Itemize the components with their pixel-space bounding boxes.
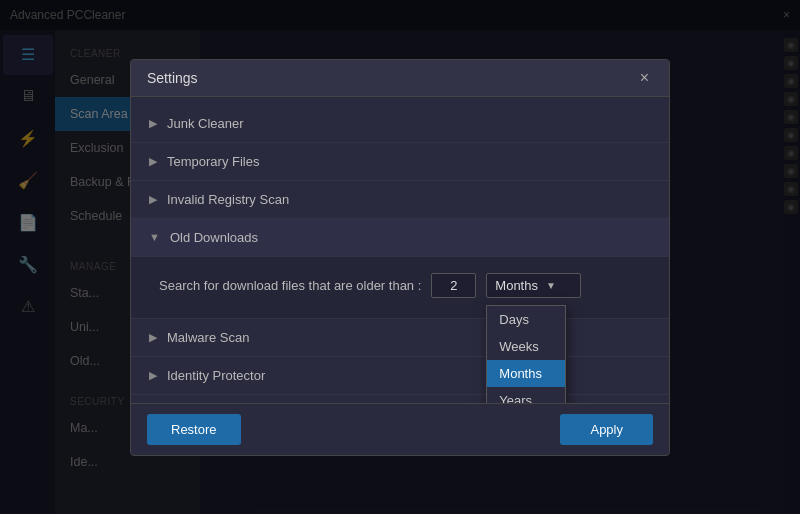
temp-files-chevron bbox=[149, 155, 157, 168]
section-old-downloads[interactable]: Old Downloads bbox=[131, 219, 669, 257]
modal-close-button[interactable]: × bbox=[636, 70, 653, 86]
old-downloads-content: Search for download files that are older… bbox=[131, 257, 669, 319]
modal-backdrop: Settings × Junk Cleaner Temporary Files … bbox=[0, 0, 800, 514]
option-years[interactable]: Years bbox=[487, 387, 565, 403]
section-temporary-files[interactable]: Temporary Files bbox=[131, 143, 669, 181]
restore-button[interactable]: Restore bbox=[147, 414, 241, 445]
option-weeks[interactable]: Weeks bbox=[487, 333, 565, 360]
section-identity-protector[interactable]: Identity Protector bbox=[131, 357, 669, 395]
option-days[interactable]: Days bbox=[487, 306, 565, 333]
apply-button[interactable]: Apply bbox=[560, 414, 653, 445]
old-downloads-chevron bbox=[149, 231, 160, 243]
option-months[interactable]: Months bbox=[487, 360, 565, 387]
modal-header: Settings × bbox=[131, 60, 669, 97]
modal-title: Settings bbox=[147, 70, 198, 86]
modal-footer: Restore Apply bbox=[131, 403, 669, 455]
settings-modal: Settings × Junk Cleaner Temporary Files … bbox=[130, 59, 670, 456]
section-invalid-registry[interactable]: Invalid Registry Scan bbox=[131, 181, 669, 219]
identity-protector-label: Identity Protector bbox=[167, 368, 265, 383]
search-label: Search for download files that are older… bbox=[159, 278, 421, 293]
download-search-row: Search for download files that are older… bbox=[159, 273, 649, 298]
section-malware-scan[interactable]: Malware Scan bbox=[131, 319, 669, 357]
identity-protector-chevron bbox=[149, 369, 157, 382]
invalid-registry-chevron bbox=[149, 193, 157, 206]
unit-dropdown-trigger[interactable]: Months ▼ bbox=[486, 273, 581, 298]
junk-cleaner-label: Junk Cleaner bbox=[167, 116, 244, 131]
older-than-number-input[interactable] bbox=[431, 273, 476, 298]
invalid-registry-label: Invalid Registry Scan bbox=[167, 192, 289, 207]
malware-scan-label: Malware Scan bbox=[167, 330, 249, 345]
temp-files-label: Temporary Files bbox=[167, 154, 259, 169]
old-downloads-label: Old Downloads bbox=[170, 230, 258, 245]
unit-dropdown-wrapper: Months ▼ Days Weeks Months Years bbox=[486, 273, 581, 298]
unit-dropdown-popup: Days Weeks Months Years bbox=[486, 305, 566, 403]
malware-scan-chevron bbox=[149, 331, 157, 344]
modal-body: Junk Cleaner Temporary Files Invalid Reg… bbox=[131, 97, 669, 403]
unit-selected-label: Months bbox=[495, 278, 538, 293]
section-junk-cleaner[interactable]: Junk Cleaner bbox=[131, 105, 669, 143]
dropdown-arrow-icon: ▼ bbox=[546, 280, 556, 291]
junk-cleaner-chevron bbox=[149, 117, 157, 130]
